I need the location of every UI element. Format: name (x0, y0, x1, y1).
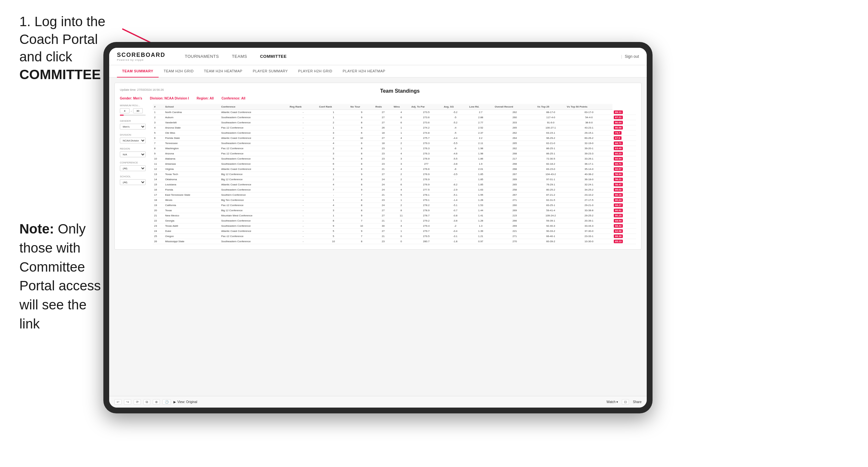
cell-conf-rank: 1 (318, 110, 349, 115)
note-label: Note: (20, 221, 54, 237)
clock-button[interactable]: 🕐 (162, 399, 171, 405)
cell-vt50-pts: 67.9 (613, 136, 636, 141)
update-time: Update time: 27/03/2024 16:56:26 (120, 88, 164, 91)
watch-button[interactable]: Watch ▾ (607, 400, 618, 404)
refresh-button[interactable]: ⟳ (134, 399, 141, 405)
cell-conf-rank: 5 (318, 234, 349, 239)
cell-low-rd: 264 (494, 136, 536, 141)
table-row[interactable]: 8 Washington Pac-12 Conference - 2 8 23 … (153, 146, 636, 151)
table-row[interactable]: 10 Alabama Southeastern Conference - 5 8… (153, 156, 636, 161)
table-row[interactable]: 14 Oklahoma Big 12 Conference - 2 8 24 2… (153, 177, 636, 182)
note-text: Note: Only those with Committee Portal a… (20, 220, 106, 334)
cell-rnds: 21 (374, 234, 393, 239)
nav-committee[interactable]: COMMITTEE (254, 48, 293, 65)
table-row[interactable]: 18 Illinois Big Ten Conference - 1 8 23 … (153, 198, 636, 203)
cell-overall: 76-29-1 (536, 182, 566, 187)
sub-nav-player-summary[interactable]: PLAYER SUMMARY (247, 65, 293, 77)
table-row[interactable]: 6 Florida State Atlantic Coast Conferenc… (153, 136, 636, 141)
conference-select[interactable]: (All) (120, 165, 146, 171)
cell-school: Georgia (164, 218, 220, 223)
instruction-step-text: 1. Log into the Coach Portal and click (20, 14, 105, 64)
cell-conference: Big 12 Conference (220, 208, 288, 213)
min-rounds-max-input[interactable] (133, 108, 143, 113)
cell-no-tour: 10 (349, 223, 374, 229)
sub-nav-player-h2h-heatmap[interactable]: PLAYER H2H HEATMAP (338, 65, 391, 77)
sign-out-button[interactable]: Sign out (621, 54, 639, 59)
conference-value: All (241, 97, 246, 100)
cell-conf-rank: 1 (318, 125, 349, 130)
cell-overall: 86-25-1 (536, 151, 566, 156)
cell-wins: 2 (393, 177, 410, 182)
col-overall: Overall Record (494, 104, 536, 110)
cell-wins: 11 (393, 213, 410, 218)
cell-reg-rank: - (288, 198, 318, 203)
paste-button[interactable]: ⊕ (153, 399, 160, 405)
division-select[interactable]: NCAA Division I (120, 137, 146, 144)
cell-reg-rank: - (288, 172, 318, 177)
cell-adj-to-par: 274.8 (410, 130, 442, 136)
content-layout: Minimum Rou... - (120, 104, 636, 244)
table-row[interactable]: 7 Tennessee Southeastern Conference - 4 … (153, 141, 636, 146)
table-row[interactable]: 13 Texas Tech Big 12 Conference - 1 9 27… (153, 172, 636, 177)
cell-rank: 3 (153, 120, 164, 125)
cell-avg-sg: 1.44 (468, 208, 493, 213)
sub-nav-team-h2h-heatmap[interactable]: TEAM H2H HEATMAP (199, 65, 247, 77)
sub-nav-team-summary[interactable]: TEAM SUMMARY (117, 65, 159, 77)
table-row[interactable]: 20 Texas Big 12 Conference - 3 8 27 8 27… (153, 208, 636, 213)
cell-wins: 6 (393, 120, 410, 125)
view-original-button[interactable]: ▶ View: Original (174, 400, 197, 404)
cell-reg-rank: - (288, 151, 318, 156)
table-row[interactable]: 12 Virginia Atlantic Coast Conference - … (153, 167, 636, 172)
gender-select[interactable]: Men's (120, 124, 146, 129)
region-filter: Region N/A (120, 147, 149, 157)
cell-rnds: 27 (374, 136, 393, 141)
cell-rnds: 24 (374, 203, 393, 208)
region-select[interactable]: N/A (120, 152, 146, 157)
cell-school: Oklahoma (164, 177, 220, 182)
table-row[interactable]: 16 Florida Southeastern Conference - 7 9… (153, 187, 636, 192)
table-row[interactable]: 23 Texas A&M Southeastern Conference - 9… (153, 223, 636, 229)
table-row[interactable]: 24 Duke Atlantic Coast Conference - 5 9 … (153, 229, 636, 234)
cell-rank: 17 (153, 192, 164, 198)
copy-button[interactable]: ⧉ (144, 399, 150, 405)
table-row[interactable]: 19 California Pac-12 Conference - 4 8 24… (153, 203, 636, 208)
table-row[interactable]: 3 Vanderbilt Southeastern Conference - 2… (153, 120, 636, 125)
table-row[interactable]: 11 Arkansas Southeastern Conference - 6 … (153, 161, 636, 167)
gender-label: Gender: (120, 97, 132, 100)
table-row[interactable]: 9 Arizona Pac-12 Conference - 3 8 23 4 2… (153, 151, 636, 156)
cell-overall: 62-21-0 (536, 141, 566, 146)
cell-no-tour: 8 (349, 208, 374, 213)
cell-rnds: 23 (374, 146, 393, 151)
cell-school: Louisiana (164, 182, 220, 187)
nav-teams[interactable]: TEAMS (225, 48, 254, 65)
min-rounds-min-input[interactable] (120, 108, 129, 113)
cell-adj-to-par: 273.5 (410, 110, 442, 115)
nav-tournaments[interactable]: TOURNAMENTS (178, 48, 225, 65)
min-rounds-slider[interactable] (120, 115, 146, 116)
table-row[interactable]: 2 Auburn Southeastern Conference - 1 9 2… (153, 115, 636, 120)
cell-rank: 2 (153, 115, 164, 120)
table-row[interactable]: 21 New Mexico Mountain West Conference -… (153, 213, 636, 218)
division-label: Division: (150, 97, 163, 100)
school-select[interactable]: (All) (120, 179, 146, 185)
table-row[interactable]: 4 Arizona State Pac-12 Conference - 1 9 … (153, 125, 636, 130)
table-row[interactable]: 17 East Tennessee State Southern Confere… (153, 192, 636, 198)
cell-low-rd: 271 (494, 198, 536, 203)
table-row[interactable]: 26 Mississippi State Southeastern Confer… (153, 239, 636, 244)
cell-avg-sg: 1.63 (468, 187, 493, 192)
sub-nav-player-h2h-grid[interactable]: PLAYER H2H GRID (293, 65, 338, 77)
screenshot-button[interactable]: ⊡ (622, 399, 629, 405)
redo-button[interactable]: ↪ (124, 399, 131, 405)
table-row[interactable]: 25 Oregon Pac-12 Conference - 5 7 21 0 2… (153, 234, 636, 239)
cell-wins: 2 (393, 141, 410, 146)
table-row[interactable]: 22 Georgia Southeastern Conference - 8 7… (153, 218, 636, 223)
table-row[interactable]: 1 North Carolina Atlantic Coast Conferen… (153, 110, 636, 115)
share-button[interactable]: Share (633, 400, 642, 404)
cell-adj-sg: -6 (442, 146, 468, 151)
table-row[interactable]: 5 Ole Miss Southeastern Conference - 3 6… (153, 130, 636, 136)
undo-button[interactable]: ↩ (114, 399, 121, 405)
gender-filter-label: Gender (120, 120, 149, 122)
table-row[interactable]: 15 Louisiana Atlantic Coast Conference -… (153, 182, 636, 187)
cell-vt50-pts: 80.24 (613, 198, 636, 203)
sub-nav-team-h2h-grid[interactable]: TEAM H2H GRID (159, 65, 199, 77)
